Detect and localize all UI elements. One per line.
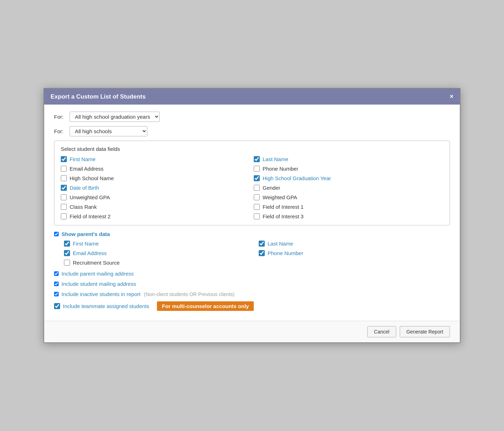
modal-header: Export a Custom List of Students × (44, 89, 460, 105)
modal-footer: Cancel Generate Report (44, 321, 460, 342)
foi-3-label: Field of Interest 3 (263, 213, 304, 219)
field-foi-1: Field of Interest 1 (254, 204, 443, 210)
inactive-students-note: (Non-client students OR Previous clients… (144, 291, 234, 297)
field-high-school-name: High School Name (61, 175, 250, 181)
first-name-label: First Name (70, 156, 95, 162)
unweighted-gpa-checkbox[interactable] (61, 194, 67, 200)
modal-dialog: Export a Custom List of Students × For: … (43, 88, 461, 343)
parent-mailing-checkbox[interactable] (54, 271, 59, 276)
inactive-students-label: Include inactive students in report (61, 291, 140, 297)
first-name-checkbox[interactable] (61, 156, 67, 162)
last-name-label: Last Name (263, 156, 288, 162)
field-first-name: First Name (61, 156, 250, 162)
field-weighted-gpa: Weighted GPA (254, 194, 443, 200)
class-rank-label: Class Rank (70, 204, 97, 210)
foi-1-checkbox[interactable] (254, 204, 260, 210)
parent-email-label: Email Address (73, 250, 107, 256)
modal-body: For: All high school graduation years Fo… (44, 105, 460, 321)
phone-number-label: Phone Number (263, 166, 298, 172)
multicounselor-badge: For multi-counselor accounts only (157, 301, 254, 311)
parent-phone-field: Phone Number (259, 250, 450, 256)
foi-3-checkbox[interactable] (254, 213, 260, 219)
foi-2-label: Field of Interest 2 (70, 213, 111, 219)
show-parents-checkbox[interactable] (54, 232, 59, 236)
teammate-students-row: Include teammate assigned students For m… (54, 301, 450, 311)
field-foi-2: Field of Interest 2 (61, 213, 250, 219)
weighted-gpa-checkbox[interactable] (254, 194, 260, 200)
parent-mailing-row: Include parent mailing address (54, 271, 450, 277)
parent-phone-label: Phone Number (268, 250, 303, 256)
close-button[interactable]: × (450, 93, 453, 100)
field-hs-grad-year: High School Graduation Year (254, 175, 443, 181)
field-class-rank: Class Rank (61, 204, 250, 210)
show-parents-label: Show parent's data (61, 231, 110, 237)
field-date-of-birth: Date of Birth (61, 185, 250, 191)
field-phone-number: Phone Number (254, 166, 443, 172)
for-row-graduation: For: All high school graduation years (54, 112, 450, 122)
high-school-name-label: High School Name (70, 175, 114, 181)
hs-grad-year-label: High School Graduation Year (263, 175, 331, 181)
generate-report-button[interactable]: Generate Report (400, 326, 450, 337)
field-foi-3: Field of Interest 3 (254, 213, 443, 219)
parent-first-name-field: First Name (64, 241, 255, 247)
email-address-label: Email Address (70, 166, 104, 172)
student-fields-section: Select student data fields First Name La… (54, 141, 450, 225)
modal-title: Export a Custom List of Students (51, 93, 146, 100)
student-fields-label: Select student data fields (61, 146, 443, 152)
field-gender: Gender (254, 185, 443, 191)
cancel-button[interactable]: Cancel (367, 326, 396, 337)
high-school-name-checkbox[interactable] (61, 175, 67, 181)
phone-number-checkbox[interactable] (254, 166, 260, 172)
parent-recruitment-field: Recruitment Source (64, 260, 255, 266)
date-of-birth-label: Date of Birth (70, 185, 99, 191)
class-rank-checkbox[interactable] (61, 204, 67, 210)
field-last-name: Last Name (254, 156, 443, 162)
foi-1-label: Field of Interest 1 (263, 204, 304, 210)
parent-fields-grid: First Name Last Name Email Address Phone… (64, 241, 450, 266)
student-mailing-label: Include student mailing address (61, 281, 136, 287)
teammate-students-checkbox[interactable] (54, 303, 60, 309)
parent-last-name-label: Last Name (268, 241, 293, 247)
for-label-2: For: (54, 128, 66, 134)
foi-2-checkbox[interactable] (61, 213, 67, 219)
parent-first-name-label: First Name (73, 241, 99, 247)
inactive-students-row: Include inactive students in report (Non… (54, 291, 450, 297)
for-row-schools: For: All high schools (54, 126, 450, 136)
last-name-checkbox[interactable] (254, 156, 260, 162)
parent-section: Show parent's data First Name Last Name … (54, 231, 450, 266)
for-label-1: For: (54, 114, 66, 120)
parent-email-checkbox[interactable] (64, 250, 70, 256)
gender-label: Gender (263, 185, 280, 191)
weighted-gpa-label: Weighted GPA (263, 194, 297, 200)
gender-checkbox[interactable] (254, 185, 260, 191)
teammate-students-label: Include teammate assigned students (63, 303, 149, 309)
inactive-students-checkbox[interactable] (54, 292, 59, 296)
parent-last-name-field: Last Name (259, 241, 450, 247)
parent-mailing-label: Include parent mailing address (61, 271, 134, 277)
parent-recruitment-label: Recruitment Source (73, 260, 120, 266)
hs-grad-year-checkbox[interactable] (254, 175, 260, 181)
field-email-address: Email Address (61, 166, 250, 172)
unweighted-gpa-label: Unweighted GPA (70, 194, 110, 200)
parent-phone-checkbox[interactable] (259, 250, 265, 256)
date-of-birth-checkbox[interactable] (61, 185, 67, 191)
student-fields-grid: First Name Last Name Email Address Phone… (61, 156, 443, 219)
student-mailing-row: Include student mailing address (54, 281, 450, 287)
student-mailing-checkbox[interactable] (54, 282, 59, 286)
parent-recruitment-checkbox[interactable] (64, 260, 70, 266)
parent-header: Show parent's data (54, 231, 450, 237)
parent-email-field: Email Address (64, 250, 255, 256)
field-unweighted-gpa: Unweighted GPA (61, 194, 250, 200)
email-address-checkbox[interactable] (61, 166, 67, 172)
parent-last-name-checkbox[interactable] (259, 241, 265, 247)
graduation-year-select[interactable]: All high school graduation years (70, 112, 160, 122)
parent-first-name-checkbox[interactable] (64, 241, 70, 247)
high-school-select[interactable]: All high schools (70, 126, 147, 136)
